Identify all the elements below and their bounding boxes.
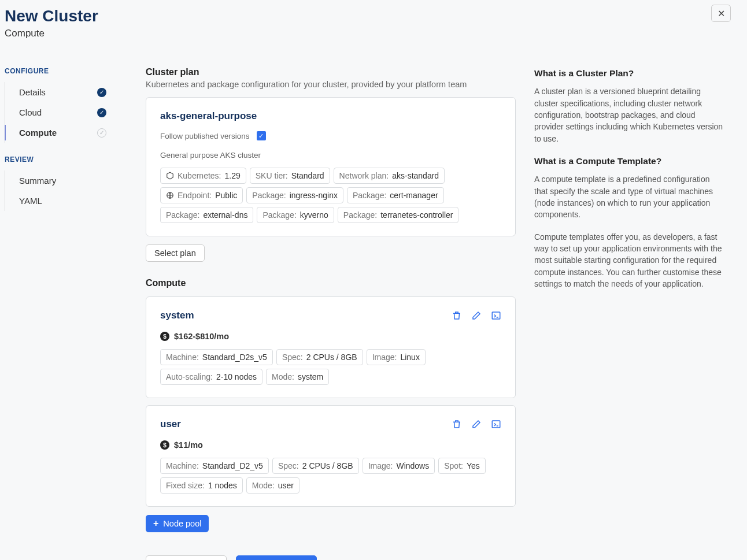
- tag-package: Package: ingress-nginx: [246, 187, 343, 203]
- svg-rect-2: [492, 312, 500, 319]
- back-button[interactable]: Back: [146, 555, 227, 560]
- dollar-icon: $: [160, 332, 169, 341]
- tag-network-plan: Network plan: aks-standard: [334, 168, 445, 184]
- tag-package: Package: kyverno: [257, 207, 334, 223]
- review-section-label: REVIEW: [5, 155, 127, 164]
- svg-rect-3: [492, 421, 500, 428]
- cluster-plan-subheading: Kubernetes and package configuration for…: [146, 80, 516, 89]
- sidebar-item-summary[interactable]: Summary: [5, 170, 127, 191]
- sidebar-item-details[interactable]: Details ✓: [5, 82, 127, 102]
- info-text: Compute templates offer you, as develope…: [534, 231, 725, 290]
- tag-spot: Spot: Yes: [438, 458, 486, 474]
- info-heading: What is a Cluster Plan?: [534, 67, 725, 80]
- edit-pool-button[interactable]: [471, 419, 482, 429]
- sidebar-item-label: Compute: [19, 128, 57, 138]
- add-node-pool-button[interactable]: + Node pool: [146, 515, 209, 532]
- dollar-icon: $: [160, 440, 169, 450]
- tag-image: Image: Windows: [363, 458, 435, 474]
- tag-package: Package: cert-manager: [347, 187, 444, 203]
- sidebar-item-label: Summary: [19, 176, 56, 186]
- terminal-pool-button[interactable]: [491, 310, 501, 321]
- info-heading: What is a Compute Template?: [534, 155, 725, 168]
- configure-section-label: CONFIGURE: [5, 67, 127, 75]
- sidebar-item-compute[interactable]: Compute ✓: [5, 123, 127, 143]
- tag-spec: Spec: 2 CPUs / 8GB: [276, 349, 363, 365]
- select-plan-button[interactable]: Select plan: [146, 244, 205, 262]
- tag-image: Image: Linux: [367, 349, 426, 365]
- terminal-icon: [491, 310, 501, 321]
- tag-machine: Machine: Standard_D2s_v5: [160, 349, 273, 365]
- follow-versions-label: Follow published versions: [160, 132, 250, 140]
- plan-description: General purpose AKS cluster: [160, 151, 501, 160]
- trash-icon: [452, 310, 462, 321]
- edit-icon: [471, 419, 482, 429]
- tag-autoscaling: Auto-scaling: 2-10 nodes: [160, 369, 262, 385]
- sidebar-item-label: YAML: [19, 196, 42, 206]
- sidebar-item-label: Cloud: [19, 107, 42, 117]
- svg-marker-0: [167, 172, 173, 179]
- pool-price: $162-$810/mo: [174, 332, 229, 341]
- plan-name: aks-general-purpose: [160, 110, 501, 122]
- pool-name: user: [160, 418, 181, 430]
- tag-fixed-size: Fixed size: 1 nodes: [160, 477, 243, 494]
- tag-endpoint: Endpoint: Public: [160, 187, 243, 203]
- check-icon: ✓: [97, 88, 106, 97]
- tag-kubernetes: Kubernetes: 1.29: [160, 168, 246, 184]
- trash-icon: [452, 419, 462, 429]
- sidebar-item-label: Details: [19, 87, 46, 97]
- follow-versions-checkbox[interactable]: ✓: [257, 131, 266, 140]
- continue-button[interactable]: Continue: [236, 555, 317, 560]
- tag-sku-tier: SKU tier: Standard: [250, 168, 330, 184]
- globe-icon: [166, 191, 174, 199]
- info-panel: What is a Cluster Plan? A cluster plan i…: [534, 67, 725, 560]
- close-icon: ✕: [718, 8, 725, 19]
- pool-name: system: [160, 310, 194, 321]
- wizard-sidebar: CONFIGURE Details ✓ Cloud ✓ Compute ✓ RE…: [5, 67, 127, 560]
- node-pool-card: user $ $11/mo Machine: Standard_D2_v5 Sp…: [146, 405, 516, 507]
- terminal-pool-button[interactable]: [491, 419, 501, 429]
- info-text: A compute template is a predefined confi…: [534, 173, 725, 220]
- delete-pool-button[interactable]: [452, 310, 462, 321]
- check-icon: ✓: [97, 108, 106, 117]
- sidebar-item-yaml[interactable]: YAML: [5, 191, 127, 211]
- compute-heading: Compute: [146, 278, 516, 288]
- plus-icon: +: [153, 518, 158, 529]
- tag-package: Package: external-dns: [160, 207, 253, 223]
- page-title: New Cluster: [5, 7, 742, 25]
- sidebar-item-cloud[interactable]: Cloud ✓: [5, 102, 127, 123]
- info-text: A cluster plan is a versioned blueprint …: [534, 86, 725, 144]
- tag-mode: Mode: user: [246, 477, 299, 494]
- tag-mode: Mode: system: [266, 369, 329, 385]
- tag-package: Package: terranetes-controller: [338, 207, 459, 223]
- cluster-plan-card: aks-general-purpose Follow published ver…: [146, 97, 516, 236]
- tag-machine: Machine: Standard_D2_v5: [160, 458, 269, 474]
- close-button[interactable]: ✕: [711, 5, 731, 22]
- kubernetes-icon: [166, 172, 174, 180]
- delete-pool-button[interactable]: [452, 419, 462, 429]
- check-icon: ✓: [97, 128, 106, 138]
- cluster-plan-heading: Cluster plan: [146, 67, 516, 77]
- pool-price: $11/mo: [174, 440, 203, 450]
- page-subtitle: Compute: [5, 28, 742, 39]
- terminal-icon: [491, 419, 501, 429]
- tag-spec: Spec: 2 CPUs / 8GB: [272, 458, 359, 474]
- edit-icon: [471, 310, 482, 321]
- node-pool-card: system $ $162-$810/mo Machine: Standard_…: [146, 296, 516, 398]
- edit-pool-button[interactable]: [471, 310, 482, 321]
